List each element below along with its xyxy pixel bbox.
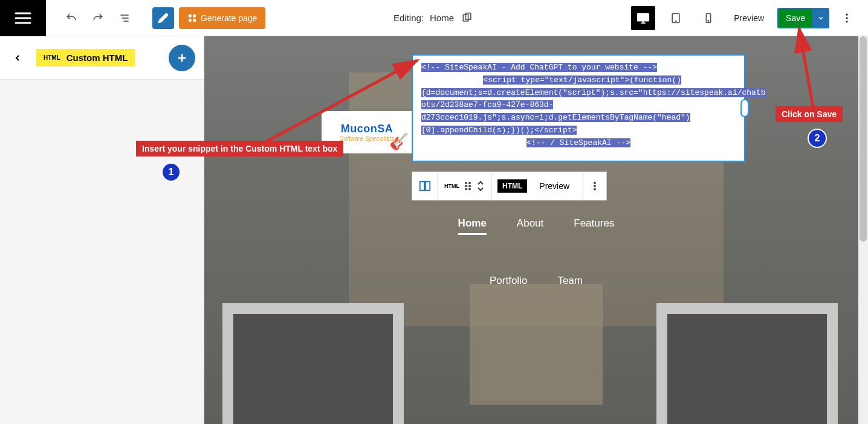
- block-more-button[interactable]: [583, 172, 606, 200]
- svg-rect-25: [426, 182, 430, 191]
- custom-html-block[interactable]: <!-- SiteSpeakAI - Add ChatGPT to your w…: [412, 54, 745, 162]
- redo-button[interactable]: [87, 7, 109, 29]
- drag-handle-icon[interactable]: [464, 182, 471, 190]
- logo-text-primary: MuconSA: [341, 123, 394, 135]
- add-block-button[interactable]: [169, 45, 195, 71]
- annotation-step2-number: 2: [808, 129, 827, 148]
- svg-point-21: [846, 21, 847, 22]
- svg-rect-9: [193, 19, 196, 22]
- svg-point-26: [465, 182, 467, 184]
- edit-mode-button[interactable]: [152, 7, 174, 29]
- svg-point-29: [469, 185, 471, 187]
- tablet-view-button[interactable]: [664, 6, 688, 30]
- annotation-step1-text: Insert your snippet in the Custom HTML t…: [136, 141, 343, 156]
- svg-point-27: [469, 182, 471, 184]
- annotation-step1-number: 1: [161, 162, 181, 182]
- nav-features[interactable]: Features: [574, 217, 614, 235]
- editor-canvas: MuconSA Software Specialists 🎸 <!-- Site…: [204, 36, 868, 424]
- move-down-icon[interactable]: [476, 186, 485, 192]
- more-options-button[interactable]: [838, 12, 856, 24]
- svg-point-20: [846, 17, 847, 19]
- sidebar-header: HTML Custom HTML: [0, 36, 204, 80]
- svg-rect-7: [193, 14, 196, 18]
- html-mini-label: HTML: [444, 183, 459, 189]
- main-area: HTML Custom HTML MuconSA Software Specia…: [0, 36, 868, 424]
- mobile-view-button[interactable]: [696, 6, 721, 30]
- preview-mode-label[interactable]: Preview: [532, 181, 577, 191]
- topbar-left-group: Generate page: [46, 7, 265, 29]
- main-menu-button[interactable]: [0, 0, 46, 36]
- svg-point-30: [465, 188, 467, 190]
- save-button-group: Save: [777, 8, 829, 28]
- editing-page-name: Home: [430, 13, 454, 23]
- preview-button[interactable]: Preview: [729, 13, 769, 23]
- generate-page-button[interactable]: Generate page: [179, 7, 265, 29]
- block-type-label: Custom HTML: [66, 53, 128, 63]
- save-button[interactable]: Save: [779, 9, 812, 27]
- move-arrows: [476, 180, 485, 192]
- nav-home[interactable]: Home: [458, 217, 487, 235]
- nav-portfolio[interactable]: Portfolio: [490, 275, 527, 287]
- svg-rect-8: [189, 19, 192, 22]
- svg-point-32: [594, 182, 596, 184]
- block-type-badge: HTML Custom HTML: [36, 49, 135, 66]
- top-toolbar: Generate page Editing: Home Preview Save: [0, 0, 868, 36]
- sidebar-panel: HTML Custom HTML: [0, 36, 204, 424]
- desktop-view-button[interactable]: [631, 6, 655, 30]
- block-type-html-cell[interactable]: HTML: [438, 172, 491, 200]
- svg-point-18: [708, 20, 710, 21]
- svg-point-34: [594, 188, 596, 190]
- move-up-icon[interactable]: [476, 180, 485, 186]
- site-secondary-nav: Portfolio Team: [204, 275, 868, 287]
- custom-html-textarea[interactable]: <!-- SiteSpeakAI - Add ChatGPT to your w…: [413, 56, 744, 161]
- topbar-right-group: Preview Save: [631, 6, 868, 30]
- svg-rect-24: [420, 182, 424, 191]
- svg-point-28: [465, 185, 467, 187]
- outline-button[interactable]: [114, 7, 135, 29]
- html-tag-label: HTML: [44, 54, 60, 61]
- svg-point-19: [846, 13, 847, 15]
- undo-button[interactable]: [60, 7, 82, 29]
- resize-handle-icon[interactable]: [740, 99, 749, 117]
- svg-point-33: [594, 185, 596, 187]
- save-dropdown-button[interactable]: [812, 9, 829, 27]
- html-preview-toggle[interactable]: HTML Preview: [491, 172, 583, 200]
- generate-page-label: Generate page: [201, 13, 257, 23]
- html-mode-label: HTML: [497, 179, 527, 193]
- editing-indicator: Editing: Home: [394, 11, 474, 25]
- columns-button[interactable]: [412, 172, 438, 200]
- site-primary-nav: Home About Features: [204, 217, 868, 235]
- page-switch-button[interactable]: [460, 11, 474, 25]
- svg-point-31: [469, 188, 471, 190]
- logo-text-secondary: Software Specialists: [340, 135, 394, 142]
- editing-label: Editing:: [394, 13, 424, 23]
- nav-team[interactable]: Team: [557, 275, 583, 287]
- back-button[interactable]: [8, 49, 27, 67]
- block-toolbar: HTML HTML Preview: [412, 172, 607, 201]
- annotation-step2-text: Click on Save: [776, 106, 843, 122]
- svg-rect-12: [638, 13, 649, 21]
- nav-about[interactable]: About: [517, 217, 543, 235]
- guitar-icon: 🎸: [389, 132, 409, 151]
- svg-rect-6: [189, 14, 192, 18]
